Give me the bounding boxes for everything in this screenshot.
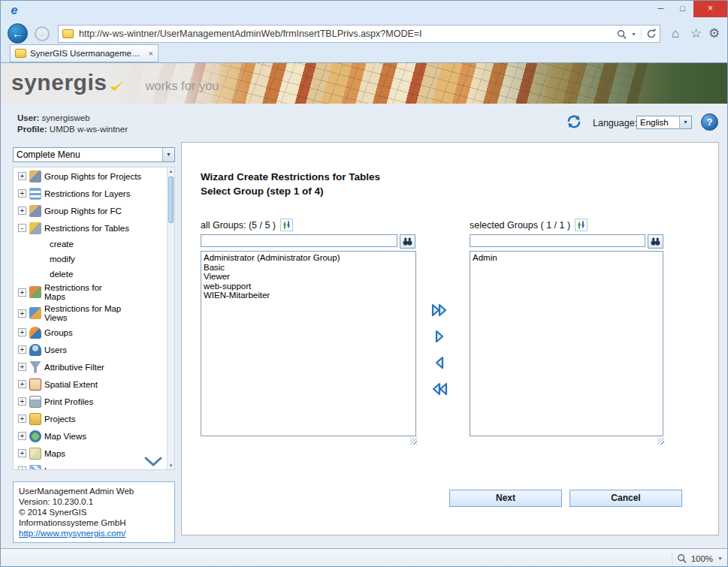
sidebar-item-label: Group Rights for FC — [44, 207, 122, 216]
selected-groups-search-input[interactable] — [470, 234, 645, 247]
sidebar-item-spatial-extent[interactable]: + Spatial Extent — [14, 375, 174, 393]
menu-select[interactable]: Complete Menu ▼ — [13, 147, 175, 162]
attributive-filter-icon — [29, 361, 41, 373]
sidebar-item-label: Maps — [44, 449, 65, 458]
move-right-button[interactable] — [430, 328, 449, 346]
search-icon[interactable] — [617, 29, 627, 39]
maximize-button[interactable]: □ — [672, 1, 693, 17]
expander-icon[interactable]: + — [18, 380, 26, 388]
expander-icon[interactable]: + — [18, 415, 26, 423]
forward-button[interactable]: → — [35, 26, 50, 41]
sidebar-item-attributive-filter[interactable]: + Attributive Filter — [14, 358, 174, 375]
expander-icon[interactable]: + — [18, 397, 26, 406]
user-label: User: — [17, 113, 39, 122]
all-groups-search-button[interactable] — [400, 234, 415, 249]
list-item[interactable]: WIEN-Mitarbeiter — [201, 291, 415, 300]
refresh-count-icon[interactable] — [575, 219, 588, 231]
sidebar-item-restrictions-map-views[interactable]: + Restrictions for Map Views — [14, 303, 174, 324]
all-groups-listbox[interactable]: Administrator (Administrator Group) Basi… — [201, 251, 416, 436]
synergis-logo: synergis works for you — [11, 70, 219, 95]
all-groups-label: all Groups: (5 / 5 ) — [201, 219, 293, 231]
user-line: User: synergisweb — [17, 113, 90, 122]
expander-icon[interactable]: + — [18, 449, 26, 457]
refresh-icon[interactable] — [646, 29, 657, 39]
binoculars-icon — [402, 236, 413, 247]
sidebar-item-groups[interactable]: + Groups — [14, 324, 174, 341]
resize-grip[interactable] — [410, 438, 417, 445]
close-button[interactable]: × — [693, 1, 727, 17]
tab-close-icon[interactable]: × — [149, 49, 153, 58]
address-bar[interactable]: http://w-ws-wintner/UserManagementAdminW… — [58, 25, 660, 43]
profile-value: UMDB w-ws-wintner — [50, 125, 128, 134]
list-item[interactable]: web-support — [201, 282, 415, 291]
chevron-down-icon: ▼ — [162, 148, 174, 161]
move-all-left-button[interactable] — [430, 381, 449, 399]
expander-icon[interactable]: + — [18, 207, 26, 215]
sidebar-item-label: Projects — [44, 415, 76, 424]
sidebar-item-projects[interactable]: + Projects — [14, 410, 174, 427]
expander-icon[interactable]: + — [18, 309, 26, 318]
sidebar-item-restrictions-layers[interactable]: + Restrictions for Layers — [14, 185, 174, 202]
title-bar: e ─ □ × — [1, 1, 727, 22]
scroll-more-chevron-icon[interactable] — [143, 457, 163, 467]
resize-grip[interactable] — [657, 438, 664, 445]
refresh-count-icon[interactable] — [280, 219, 293, 231]
sidebar-item-group-rights-fc[interactable]: + Group Rights for FC — [14, 202, 174, 219]
help-button[interactable]: ? — [701, 113, 718, 131]
expander-icon[interactable]: + — [18, 363, 26, 371]
sidebar-item-modify[interactable]: modify — [14, 252, 174, 267]
list-item[interactable]: Basic — [201, 263, 415, 273]
sidebar-item-label: Restrictions for Tables — [44, 224, 129, 233]
layers-icon — [29, 465, 41, 471]
expander-icon[interactable]: + — [18, 466, 26, 470]
zoom-control[interactable]: 100% ▼ — [672, 549, 723, 567]
all-groups-search-input[interactable] — [201, 234, 397, 247]
expander-icon[interactable]: + — [18, 189, 26, 198]
app-version: Version: 10.230.0.1 — [19, 496, 169, 507]
selected-groups-search-button[interactable] — [648, 234, 663, 249]
cancel-button[interactable]: Cancel — [569, 490, 682, 507]
browser-tab[interactable]: SynerGIS Usermanagement ... × — [10, 44, 159, 62]
list-item[interactable]: Viewer — [201, 272, 415, 282]
expander-icon[interactable]: + — [18, 172, 26, 180]
sidebar-item-restrictions-maps[interactable]: + Restrictions for Maps — [14, 282, 174, 303]
sidebar-item-users[interactable]: + Users — [14, 341, 174, 358]
list-item[interactable]: Administrator (Administrator Group) — [201, 253, 415, 263]
expander-icon[interactable]: + — [18, 328, 26, 336]
address-input[interactable]: http://w-ws-wintner/UserManagementAdminW… — [79, 26, 610, 42]
settings-gear-icon[interactable]: ⚙ — [708, 27, 720, 41]
move-all-right-button[interactable] — [430, 302, 449, 320]
sidebar-item-label: Restrictions for Maps — [44, 283, 124, 302]
sidebar-item-map-views[interactable]: + Map Views — [14, 427, 174, 445]
list-item[interactable]: Admin — [470, 253, 663, 263]
reload-icon[interactable] — [566, 113, 582, 130]
next-button[interactable]: Next — [449, 490, 562, 507]
scrollbar-thumb[interactable] — [168, 176, 174, 223]
language-label: Language: — [593, 118, 637, 128]
sidebar-item-delete[interactable]: delete — [14, 267, 174, 282]
sidebar-item-print-profiles[interactable]: + Print Profiles — [14, 393, 174, 410]
home-icon[interactable]: ⌂ — [672, 27, 679, 41]
expander-icon[interactable]: + — [18, 432, 26, 440]
sidebar-item-create[interactable]: create — [14, 237, 174, 252]
sidebar-scrollbar[interactable]: ▲ ▼ — [167, 167, 174, 469]
move-left-button[interactable] — [430, 354, 449, 372]
company-link[interactable]: http://www.mysynergis.com/ — [19, 528, 169, 538]
zoom-magnifier-icon — [677, 553, 687, 563]
favorites-icon[interactable]: ☆ — [690, 27, 702, 41]
sidebar-item-group-rights-projects[interactable]: + Group Rights for Projects — [14, 167, 174, 185]
sidebar-item-restrictions-tables[interactable]: - Restrictions for Tables — [14, 219, 174, 237]
scroll-down-icon[interactable]: ▼ — [168, 462, 174, 469]
autocomplete-caret-icon[interactable]: ▼ — [631, 32, 636, 37]
language-select[interactable]: English ▼ — [636, 116, 692, 129]
selected-groups-listbox[interactable]: Admin — [470, 251, 663, 436]
logo-text: synergis — [11, 70, 107, 95]
expander-icon[interactable]: - — [18, 224, 26, 232]
scroll-up-icon[interactable]: ▲ — [168, 167, 174, 175]
expander-icon[interactable]: + — [18, 345, 26, 354]
restrictions-map-views-icon — [29, 307, 41, 319]
back-button[interactable]: ← — [8, 23, 28, 44]
expander-icon[interactable]: + — [18, 288, 26, 297]
users-icon — [29, 344, 41, 356]
minimize-button[interactable]: ─ — [650, 1, 672, 17]
